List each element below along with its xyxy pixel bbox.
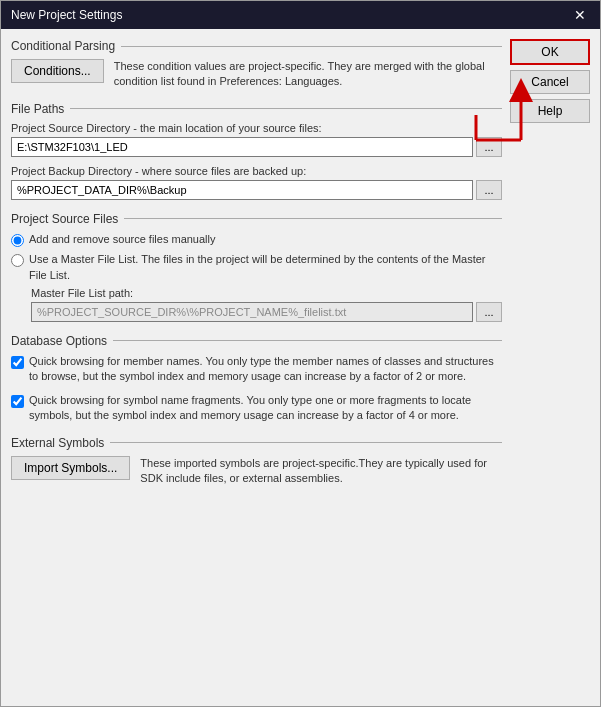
checkbox-member-names-input[interactable] (11, 356, 24, 369)
checkbox-symbol-fragments-input[interactable] (11, 395, 24, 408)
master-file-input[interactable] (31, 302, 473, 322)
backup-dir-browse-button[interactable]: ... (476, 180, 502, 200)
master-file-section: Master File List path: ... (31, 287, 502, 322)
master-file-browse-button[interactable]: ... (476, 302, 502, 322)
checkbox-symbol-fragments-label: Quick browsing for symbol name fragments… (29, 393, 502, 424)
help-button[interactable]: Help (510, 99, 590, 123)
backup-dir-label: Project Backup Directory - where source … (11, 165, 502, 177)
import-symbols-button[interactable]: Import Symbols... (11, 456, 130, 480)
title-bar: New Project Settings ✕ (1, 1, 600, 29)
file-paths-title: File Paths (11, 102, 64, 116)
cancel-button[interactable]: Cancel (510, 70, 590, 94)
external-symbols-header: External Symbols (11, 436, 502, 450)
dialog-title: New Project Settings (11, 8, 122, 22)
conditions-button[interactable]: Conditions... (11, 59, 104, 83)
backup-dir-row: ... (11, 180, 502, 200)
conditional-parsing-header: Conditional Parsing (11, 39, 502, 53)
section-divider (124, 218, 502, 219)
section-divider (113, 340, 502, 341)
external-symbols-section: External Symbols Import Symbols... These… (11, 436, 502, 487)
dialog-body: Conditional Parsing Conditions... These … (1, 29, 600, 706)
section-divider (121, 46, 502, 47)
import-row: Import Symbols... These imported symbols… (11, 456, 502, 487)
radio-master-file: Use a Master File List. The files in the… (11, 252, 502, 283)
radio-master-file-label: Use a Master File List. The files in the… (29, 252, 502, 283)
project-source-files-title: Project Source Files (11, 212, 118, 226)
file-paths-section: File Paths Project Source Directory - th… (11, 102, 502, 200)
source-dir-input[interactable] (11, 137, 473, 157)
database-options-section: Database Options Quick browsing for memb… (11, 334, 502, 424)
close-button[interactable]: ✕ (570, 7, 590, 23)
checkbox-member-names-label: Quick browsing for member names. You onl… (29, 354, 502, 385)
left-panel: Conditional Parsing Conditions... These … (11, 39, 502, 696)
file-paths-header: File Paths (11, 102, 502, 116)
backup-dir-input[interactable] (11, 180, 473, 200)
conditional-parsing-description: These condition values are project-speci… (114, 59, 502, 90)
radio-manual-input[interactable] (11, 234, 24, 247)
conditional-parsing-title: Conditional Parsing (11, 39, 115, 53)
checkbox-symbol-fragments: Quick browsing for symbol name fragments… (11, 393, 502, 424)
ok-button[interactable]: OK (510, 39, 590, 65)
conditional-parsing-section: Conditional Parsing Conditions... These … (11, 39, 502, 90)
new-project-settings-dialog: New Project Settings ✕ Conditional Parsi… (0, 0, 601, 707)
project-source-files-header: Project Source Files (11, 212, 502, 226)
source-files-radio-group: Add and remove source files manually Use… (11, 232, 502, 283)
external-symbols-title: External Symbols (11, 436, 104, 450)
source-dir-row: ... (11, 137, 502, 157)
source-dir-browse-button[interactable]: ... (476, 137, 502, 157)
radio-manual-label: Add and remove source files manually (29, 232, 215, 247)
section-divider (70, 108, 502, 109)
conditional-parsing-row: Conditions... These condition values are… (11, 59, 502, 90)
right-panel: OK Cancel Help (510, 39, 590, 696)
database-options-title: Database Options (11, 334, 107, 348)
checkbox-member-names: Quick browsing for member names. You onl… (11, 354, 502, 385)
section-divider (110, 442, 502, 443)
radio-master-file-input[interactable] (11, 254, 24, 267)
master-file-label: Master File List path: (31, 287, 502, 299)
database-options-header: Database Options (11, 334, 502, 348)
project-source-files-section: Project Source Files Add and remove sour… (11, 212, 502, 322)
radio-manual: Add and remove source files manually (11, 232, 502, 247)
master-file-row: ... (31, 302, 502, 322)
import-description: These imported symbols are project-speci… (140, 456, 502, 487)
source-dir-label: Project Source Directory - the main loca… (11, 122, 502, 134)
